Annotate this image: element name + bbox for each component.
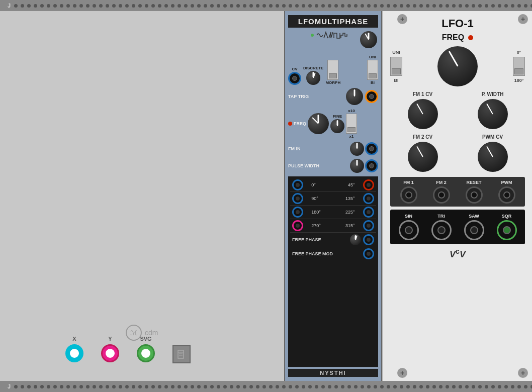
dot — [171, 4, 174, 8]
plus-button-bottom-right[interactable]: + — [518, 368, 528, 378]
dot — [53, 385, 57, 388]
dot — [511, 385, 514, 388]
jack-0deg[interactable] — [292, 179, 303, 190]
dot — [99, 385, 103, 388]
pwm-input-jack-inner — [503, 191, 510, 199]
free-phase-mod-jack[interactable] — [363, 248, 374, 259]
jack-270deg[interactable] — [292, 220, 303, 231]
uni-switch[interactable] — [390, 57, 402, 76]
fm1-cv-knob[interactable] — [408, 99, 438, 129]
vcv-logo: VcV — [390, 247, 525, 260]
pwm-jack-label: PWM — [501, 180, 512, 185]
phase-row-180-225: 180° 225° — [290, 206, 376, 219]
phase-switch[interactable] — [513, 57, 525, 76]
dot — [184, 385, 188, 388]
pwidth-knob[interactable] — [478, 99, 508, 129]
plus-button-top-left[interactable]: + — [397, 14, 407, 24]
x10-switch[interactable] — [346, 114, 357, 134]
green-dot — [311, 34, 314, 37]
reset-input-jack[interactable] — [466, 186, 483, 204]
main-knob[interactable] — [360, 31, 377, 48]
dot — [47, 385, 50, 388]
x-jack[interactable] — [65, 344, 83, 362]
cv-jack[interactable] — [288, 72, 301, 85]
free-phase-jack[interactable] — [363, 234, 374, 245]
phase-row-0-45: 0° 45° — [290, 178, 376, 192]
pulse-width-jack[interactable] — [365, 159, 378, 172]
saw-output-jack[interactable] — [464, 220, 484, 240]
free-phase-knob[interactable] — [350, 234, 361, 245]
jack-225deg[interactable] — [363, 207, 374, 218]
lfo-module: LFOMULTIPHASE — [284, 11, 382, 381]
morph-switch[interactable] — [327, 60, 338, 80]
tap-trig-row: TAP TRIG — [288, 88, 378, 105]
sin-output-jack[interactable] — [399, 220, 419, 240]
fm1-jack-cell: FM 1 — [400, 180, 417, 204]
jack-45deg[interactable] — [363, 179, 374, 190]
dot — [230, 385, 233, 388]
pwm-cv-knob[interactable] — [478, 142, 508, 172]
pwm-input-jack[interactable] — [498, 186, 515, 204]
dot — [230, 4, 233, 8]
discrete-knob[interactable] — [306, 71, 320, 85]
fm2-cv-knob[interactable] — [408, 142, 438, 172]
fm-in-jack[interactable] — [365, 142, 378, 155]
dot — [60, 4, 63, 8]
dot — [249, 4, 253, 8]
lfo1-big-knob[interactable] — [437, 46, 478, 86]
dot — [276, 385, 279, 388]
pulse-width-knob[interactable] — [350, 159, 364, 173]
bottom-dots — [14, 385, 532, 388]
jack-315deg-inner — [367, 224, 371, 228]
y-jack[interactable] — [101, 344, 119, 362]
tap-trig-knob[interactable] — [346, 88, 363, 105]
plus-button-bottom-left[interactable]: + — [397, 368, 407, 378]
x-connector-group: X — [65, 336, 83, 362]
left-empty-area: ℳ cdm X Y SVG — [0, 11, 284, 381]
dot — [184, 4, 188, 8]
plus-button-top-right[interactable]: + — [518, 14, 528, 24]
x-label: X — [72, 336, 76, 342]
jack-135deg[interactable] — [363, 193, 374, 204]
jack-90deg[interactable] — [292, 193, 303, 204]
dot — [223, 4, 227, 8]
fm2-jack-label: FM 2 — [436, 180, 447, 185]
pulse-width-row: PULSE WIDTH — [288, 159, 378, 173]
freq-knob[interactable] — [308, 113, 329, 134]
dot — [498, 4, 501, 8]
dot — [249, 385, 253, 388]
jack-315deg[interactable] — [363, 220, 374, 231]
x-jack-inner — [70, 349, 79, 358]
dot — [289, 4, 292, 8]
fine-knob[interactable] — [330, 119, 344, 133]
fm2-input-jack[interactable] — [433, 186, 450, 204]
fm-in-knob[interactable] — [350, 142, 364, 156]
dot — [374, 4, 377, 8]
dot — [491, 385, 495, 388]
fm1-input-jack-inner — [405, 191, 412, 199]
dot — [243, 4, 246, 8]
dot — [79, 385, 83, 388]
lfo1-freq-label: FREQ — [442, 33, 464, 42]
svg-file-button[interactable] — [172, 345, 191, 363]
jack-45deg-inner — [367, 183, 371, 187]
uni-bi-switch[interactable] — [367, 60, 378, 80]
reset-jack-cell: RESET — [466, 180, 483, 204]
fm1-input-jack[interactable] — [400, 186, 417, 204]
freq-knob-indicator — [312, 117, 318, 124]
dot — [426, 4, 429, 8]
freq-label: FREQ — [294, 121, 306, 126]
dot — [269, 4, 273, 8]
dot — [262, 385, 266, 388]
svg-jack[interactable] — [137, 344, 155, 362]
dot — [204, 385, 207, 388]
dot — [426, 385, 429, 388]
dot — [472, 4, 475, 8]
sqr-output-jack[interactable] — [497, 220, 517, 240]
main-knob-indicator — [365, 34, 369, 40]
pwm-cv-label: PWM CV — [482, 134, 503, 140]
tri-output-jack[interactable] — [431, 220, 452, 240]
lfo1-bi-label: BI — [394, 78, 399, 83]
tap-trig-jack[interactable] — [365, 90, 378, 103]
jack-180deg[interactable] — [292, 207, 303, 218]
